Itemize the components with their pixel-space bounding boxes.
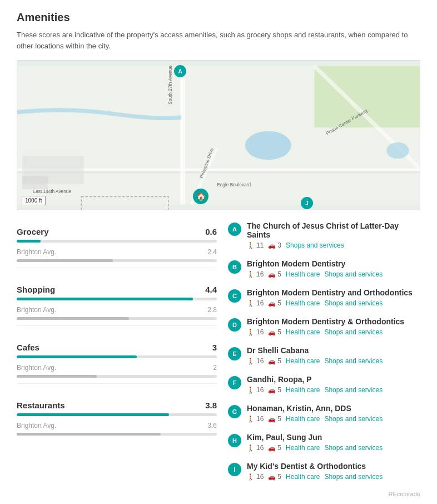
poi-drive-group: 🚗 3 <box>268 241 281 249</box>
score-label: Cafes <box>17 343 39 352</box>
poi-name: Dr Shelli Cabana <box>247 346 420 355</box>
avg-label: Brighton Avg. <box>17 248 56 256</box>
poi-name: Brighton Modern Dentistry and Orthodonti… <box>247 288 420 297</box>
poi-walk: 16 <box>256 328 264 336</box>
score-value: 3 <box>212 343 217 352</box>
poi-content: Brighton Modern Dentistry 🚶 16 🚗 5 Healt… <box>247 259 420 278</box>
score-bar-track <box>17 240 217 243</box>
avg-value: 3.6 <box>207 422 217 429</box>
poi-tag[interactable]: Shops and services <box>324 299 383 307</box>
score-bar-fill <box>17 298 193 300</box>
svg-text:South 27th Avenue: South 27th Avenue <box>167 65 173 104</box>
poi-walk: 16 <box>256 444 264 452</box>
avg-bar-fill <box>17 317 129 320</box>
poi-column: A The Church of Jesus Christ of Latter-D… <box>228 221 420 497</box>
poi-tag[interactable]: Shops and services <box>324 473 383 481</box>
poi-tag[interactable]: Health care <box>286 357 320 365</box>
poi-meta: 🚶 11 🚗 3 Shops and services <box>247 241 420 249</box>
avg-bar-fill <box>17 433 161 436</box>
poi-tag[interactable]: Shops and services <box>324 328 383 336</box>
poi-tag[interactable]: Shops and services <box>324 386 383 394</box>
poi-tag[interactable]: Shops and services <box>324 270 383 278</box>
poi-drive: 5 <box>277 357 281 365</box>
svg-text:East 144th Avenue: East 144th Avenue <box>33 189 72 194</box>
poi-drive-group: 🚗 5 <box>268 328 281 336</box>
avg-bar-track <box>17 259 217 262</box>
poi-tag[interactable]: Health care <box>286 444 320 452</box>
score-label: Restaurants <box>17 401 65 410</box>
map-pin-a[interactable]: A <box>174 65 186 77</box>
poi-content: Dr Shelli Cabana 🚶 16 🚗 5 Health care Sh… <box>247 346 420 365</box>
score-section-shopping: Shopping 4.4 Brighton Avg. 2.8 <box>17 279 217 326</box>
poi-drive-group: 🚗 5 <box>268 270 281 278</box>
poi-badge: I <box>228 463 241 476</box>
poi-drive: 5 <box>277 386 281 394</box>
poi-walk: 11 <box>256 241 264 249</box>
car-icon: 🚗 <box>268 329 276 336</box>
score-section-grocery: Grocery 0.6 Brighton Avg. 2.4 <box>17 221 217 268</box>
poi-content: Brighton Modern Dentistry and Orthodonti… <box>247 288 420 307</box>
poi-drive: 5 <box>277 270 281 278</box>
poi-walk-group: 🚶 16 <box>247 473 264 481</box>
avg-row: Brighton Avg. 2 <box>17 364 217 372</box>
score-bar-track <box>17 355 217 358</box>
poi-tag[interactable]: Shops and services <box>324 444 383 452</box>
avg-bar-track <box>17 317 217 320</box>
poi-drive: 5 <box>277 444 281 452</box>
poi-content: Honaman, Kristin, Ann, DDS 🚶 16 🚗 5 Heal… <box>247 404 420 423</box>
poi-tag[interactable]: Health care <box>286 415 320 423</box>
poi-walk: 16 <box>256 270 264 278</box>
poi-name: Gandhi, Roopa, P <box>247 375 420 384</box>
poi-walk: 16 <box>256 299 264 307</box>
poi-drive-group: 🚗 5 <box>268 357 281 365</box>
poi-tag[interactable]: Health care <box>286 473 320 481</box>
poi-meta: 🚶 16 🚗 5 Health care Shops and services <box>247 270 420 278</box>
car-icon: 🚗 <box>268 358 276 365</box>
poi-walk: 16 <box>256 386 264 394</box>
poi-item: I My Kid's Dentist & Orthodontics 🚶 16 🚗… <box>228 462 420 481</box>
poi-tag[interactable]: Health care <box>286 270 320 278</box>
avg-label: Brighton Avg. <box>17 364 56 372</box>
poi-item: H Kim, Paul, Sung Jun 🚶 16 🚗 5 Health ca… <box>228 433 420 452</box>
poi-walk-group: 🚶 16 <box>247 299 264 307</box>
avg-bar-fill <box>17 375 97 378</box>
poi-badge: A <box>228 223 241 236</box>
avg-label: Brighton Avg. <box>17 422 56 429</box>
poi-content: The Church of Jesus Christ of Latter-Day… <box>247 221 420 249</box>
poi-item: B Brighton Modern Dentistry 🚶 16 🚗 5 Hea… <box>228 259 420 278</box>
score-bar-fill <box>17 240 41 243</box>
map-pin-home[interactable]: 🏠 <box>193 189 208 204</box>
map-container: South 27th Avenue Peregrine Drive Eagle … <box>17 60 420 210</box>
section-description: These scores are indicative of the prope… <box>17 29 420 51</box>
poi-tag[interactable]: Shops and services <box>286 241 344 249</box>
score-section-cafes: Cafes 3 Brighton Avg. 2 <box>17 337 217 384</box>
poi-walk-group: 🚶 16 <box>247 357 264 365</box>
score-bar-fill <box>17 355 137 358</box>
poi-item: D Brighton Modern Dentistry & Orthodonti… <box>228 317 420 336</box>
map-pin-j[interactable]: J <box>301 197 313 209</box>
poi-tag[interactable]: Health care <box>286 386 320 394</box>
score-label: Grocery <box>17 227 49 236</box>
avg-row: Brighton Avg. 2.4 <box>17 248 217 256</box>
score-section-restaurants: Restaurants 3.8 Brighton Avg. 3.6 <box>17 395 217 441</box>
poi-badge: G <box>228 405 241 418</box>
poi-tag[interactable]: Health care <box>286 299 320 307</box>
poi-content: Kim, Paul, Sung Jun 🚶 16 🚗 5 Health care… <box>247 433 420 452</box>
poi-walk-group: 🚶 16 <box>247 328 264 336</box>
poi-meta: 🚶 16 🚗 5 Health care Shops and services <box>247 357 420 365</box>
avg-bar-track <box>17 433 217 436</box>
poi-meta: 🚶 16 🚗 5 Health care Shops and services <box>247 299 420 307</box>
poi-content: Brighton Modern Dentistry & Orthodontics… <box>247 317 420 336</box>
poi-name: Honaman, Kristin, Ann, DDS <box>247 404 420 413</box>
poi-name: Brighton Modern Dentistry <box>247 259 420 268</box>
avg-bar-fill <box>17 259 113 262</box>
map-scale: 1000 ft <box>22 196 46 205</box>
car-icon: 🚗 <box>268 473 276 481</box>
poi-tag[interactable]: Shops and services <box>324 357 383 365</box>
poi-drive: 5 <box>277 415 281 423</box>
poi-drive-group: 🚗 5 <box>268 415 281 423</box>
score-label: Shopping <box>17 285 55 294</box>
score-value: 4.4 <box>205 285 217 294</box>
poi-tag[interactable]: Health care <box>286 328 320 336</box>
poi-tag[interactable]: Shops and services <box>324 415 383 423</box>
